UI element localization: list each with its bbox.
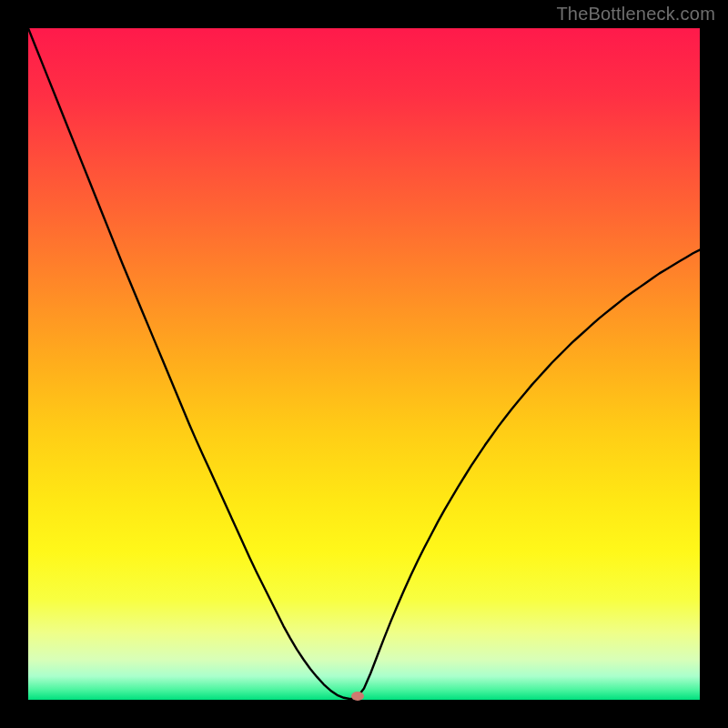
- watermark-text: TheBottleneck.com: [556, 4, 715, 25]
- chart-frame: TheBottleneck.com: [0, 0, 728, 728]
- svg-rect-0: [28, 28, 700, 700]
- chart-background-gradient: [28, 28, 700, 700]
- chart-marker-dot: [351, 692, 364, 701]
